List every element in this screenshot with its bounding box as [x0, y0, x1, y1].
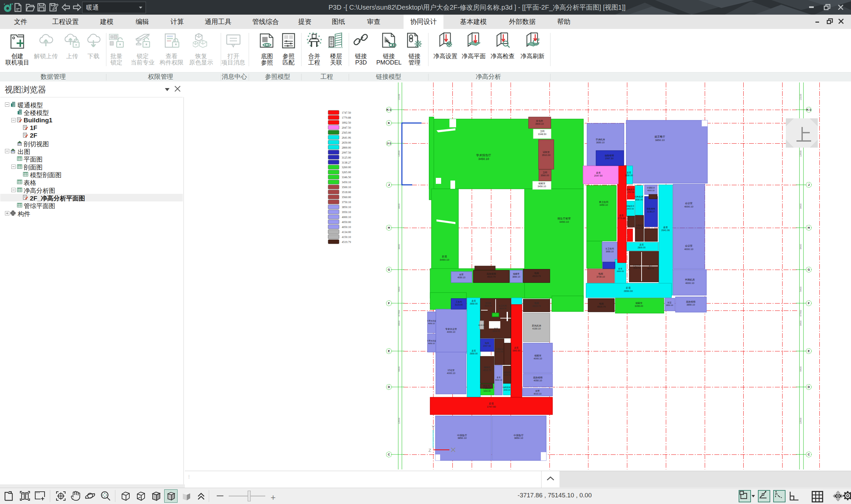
svg-text:4519.79: 4519.79 [492, 330, 500, 332]
svg-text:D: D [808, 385, 810, 389]
svg-text:3950.10: 3950.10 [342, 211, 351, 214]
svg-text:走道: 走道 [472, 349, 476, 352]
svg-text:3123.00: 3123.00 [455, 304, 463, 306]
svg-text:3450.10: 3450.10 [342, 181, 351, 184]
svg-text:拎包室: 拎包室 [536, 120, 543, 122]
svg-text:4000.10: 4000.10 [684, 205, 693, 208]
svg-text:4000.10: 4000.10 [447, 331, 455, 333]
svg-text:8400: 8400 [398, 203, 400, 209]
svg-text:前室: 前室 [459, 273, 464, 276]
svg-text:3518.00: 3518.00 [342, 191, 351, 194]
svg-text:8400: 8400 [799, 321, 802, 326]
svg-text:K: K [388, 121, 390, 125]
svg-text:走道: 走道 [442, 255, 447, 258]
svg-text:电梯: 电梯 [534, 302, 539, 304]
svg-text:会议室: 会议室 [685, 202, 693, 205]
svg-text:3650.10: 3650.10 [596, 141, 604, 144]
svg-text:2650.00: 2650.00 [470, 303, 478, 305]
svg-text:4000.10: 4000.10 [647, 190, 654, 192]
svg-text:Y: Y [432, 425, 435, 430]
svg-text:2650.00: 2650.00 [504, 389, 510, 391]
svg-text:4519.79: 4519.79 [342, 240, 351, 244]
svg-text:8400: 8400 [799, 244, 802, 249]
svg-text:3348.50: 3348.50 [538, 133, 546, 135]
svg-text:女卫生间: 女卫生间 [605, 247, 614, 250]
svg-text:4050.10: 4050.10 [457, 276, 465, 278]
svg-text:3850.10: 3850.10 [655, 139, 665, 142]
svg-text:4134.00: 4134.00 [342, 230, 351, 234]
svg-text:4000.10: 4000.10 [684, 248, 693, 251]
svg-text:3260.00: 3260.00 [483, 390, 491, 392]
svg-text:Z: Z [429, 448, 431, 453]
svg-text:卫间: 卫间 [540, 130, 544, 133]
svg-text:3510.00: 3510.00 [542, 154, 550, 156]
svg-text:储藏室: 储藏室 [535, 354, 542, 357]
svg-text:4519.79: 4519.79 [483, 369, 491, 371]
svg-text:合用前室: 合用前室 [635, 224, 643, 227]
svg-text:4519.79: 4519.79 [597, 306, 605, 308]
svg-text:1892.50: 1892.50 [512, 349, 520, 352]
svg-text:2800.00: 2800.00 [342, 146, 351, 149]
svg-text:空调机房: 空调机房 [483, 387, 491, 390]
svg-text:3850.10: 3850.10 [457, 436, 466, 439]
svg-text:微敞楼梯: 微敞楼梯 [605, 154, 614, 157]
svg-text:3950.10: 3950.10 [606, 250, 614, 253]
svg-text:2650.00: 2650.00 [623, 290, 633, 292]
svg-text:2565.00: 2565.00 [342, 131, 351, 134]
svg-text:合用前室: 合用前室 [495, 348, 503, 350]
svg-text:4519.79: 4519.79 [483, 385, 490, 387]
svg-text:8400: 8400 [398, 321, 400, 326]
svg-text:E: E [388, 349, 390, 353]
svg-text:走道: 走道 [514, 346, 519, 349]
svg-text:2650.00: 2650.00 [617, 270, 624, 272]
svg-text:13100: 13100 [799, 94, 802, 101]
svg-text:3850.10: 3850.10 [342, 205, 351, 209]
svg-text:2800.00: 2800.00 [638, 246, 646, 249]
svg-text:4150.10: 4150.10 [342, 235, 351, 239]
svg-text:4000.10: 4000.10 [685, 282, 694, 285]
svg-text:G: G [387, 268, 390, 271]
svg-text:储藏室: 储藏室 [539, 182, 545, 185]
svg-text:走道: 走道 [489, 402, 494, 405]
svg-text:4150.10: 4150.10 [532, 327, 541, 330]
svg-text:1747.50: 1747.50 [627, 191, 634, 193]
svg-text:疏散楼梯: 疏散楼梯 [533, 376, 543, 379]
svg-text:专家休息室: 专家休息室 [427, 340, 436, 342]
svg-text:12600: 12600 [799, 150, 802, 157]
svg-text:4519.79: 4519.79 [532, 305, 541, 307]
svg-text:13100: 13100 [398, 94, 400, 101]
svg-text:3450.10: 3450.10 [478, 157, 489, 161]
svg-text:4000.10: 4000.10 [533, 357, 542, 360]
svg-text:会议室: 会议室 [685, 244, 693, 247]
svg-text:2650.00: 2650.00 [470, 353, 478, 355]
svg-text:2800.00: 2800.00 [627, 208, 634, 210]
svg-text:专家休息室: 专家休息室 [427, 320, 436, 322]
svg-text:3560.00: 3560.00 [342, 196, 351, 199]
svg-text:2641.06: 2641.06 [342, 136, 351, 139]
svg-text:F: F [388, 302, 390, 305]
svg-text:4134.00: 4134.00 [478, 324, 485, 326]
svg-text:工生间: 工生间 [455, 301, 462, 303]
svg-text:2650.00: 2650.00 [635, 198, 643, 201]
svg-text:疏散楼梯: 疏散楼梯 [487, 273, 496, 275]
svg-text:E: E [808, 349, 810, 353]
svg-text:电梯: 电梯 [599, 303, 604, 305]
svg-text:6400: 6400 [398, 366, 400, 372]
svg-text:5400: 5400 [799, 287, 802, 292]
svg-text:男上: 男上 [649, 265, 653, 267]
svg-text:3750.10: 3750.10 [342, 200, 351, 204]
svg-text:C: C [388, 453, 390, 456]
svg-text:6400: 6400 [799, 366, 802, 372]
svg-text:走道: 走道 [663, 226, 668, 229]
svg-text:弱电竖井: 弱电竖井 [626, 205, 635, 208]
svg-text:1779.88: 1779.88 [617, 217, 625, 219]
svg-text:3450.10: 3450.10 [599, 204, 608, 206]
svg-text:2641.06: 2641.06 [661, 229, 670, 231]
svg-text:4000.10: 4000.10 [495, 379, 502, 381]
svg-text:强电竖井: 强电竖井 [503, 371, 511, 373]
svg-text:H: H [808, 226, 810, 229]
svg-text:走道: 走道 [618, 268, 622, 270]
svg-text:讨论室: 讨论室 [448, 369, 455, 371]
svg-text:4010.10: 4010.10 [533, 393, 542, 395]
svg-text:1779.88: 1779.88 [342, 116, 351, 119]
